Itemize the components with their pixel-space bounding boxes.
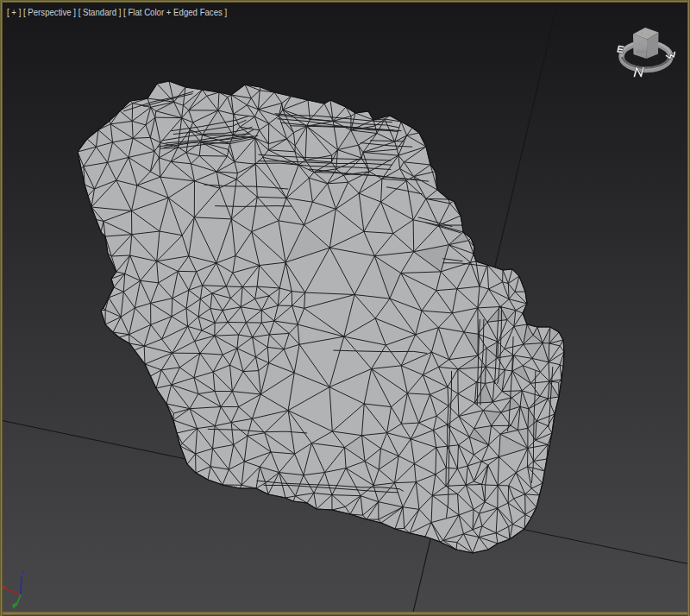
svg-text:Back: Back	[637, 48, 649, 54]
svg-text:z: z	[21, 569, 24, 576]
